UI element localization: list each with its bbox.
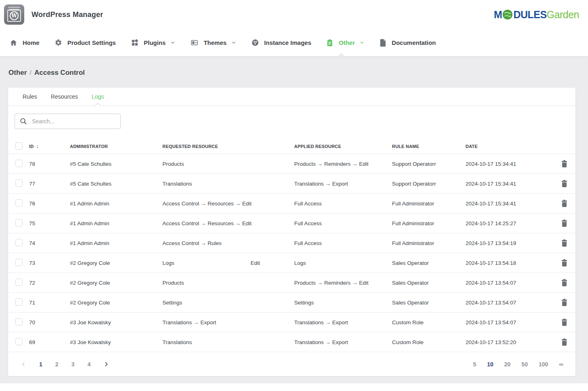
column-header-date[interactable]: DATE — [466, 144, 553, 149]
cell-applied-resource: Full Access — [294, 201, 392, 207]
breadcrumb-separator: / — [27, 69, 34, 76]
cell-date: 2024-10-17 15:34:41 — [466, 161, 553, 167]
cell-applied-resource: Logs — [294, 260, 392, 266]
nav-item-other[interactable]: Other — [326, 29, 365, 56]
sort-desc-icon[interactable]: ↓ — [36, 144, 38, 149]
cell-administrator: #2 Gregory Cole — [70, 300, 162, 306]
main-navigation: Home Product Settings Plugins Themes Ins… — [0, 29, 588, 57]
home-icon — [10, 39, 17, 46]
page-button[interactable]: 1 — [39, 361, 42, 368]
delete-icon[interactable] — [561, 319, 567, 326]
delete-icon[interactable] — [561, 338, 567, 346]
cell-date: 2024-10-17 13:52:20 — [466, 339, 553, 345]
cell-rule-name: Full Administrator — [392, 240, 466, 246]
cell-rule-name: Custom Role — [392, 339, 466, 345]
cell-administrator: #2 Gregory Cole — [70, 280, 162, 286]
search-section — [8, 106, 575, 139]
cell-date: 2024-10-17 15:34:41 — [466, 181, 553, 187]
delete-icon[interactable] — [561, 259, 567, 266]
row-checkbox[interactable] — [15, 239, 23, 246]
instance-images-icon — [251, 39, 259, 46]
page-button[interactable]: 3 — [72, 361, 75, 368]
table-row: 70 #3 Joe Kowalsky Translations → Export… — [8, 313, 575, 332]
row-checkbox[interactable] — [15, 199, 23, 207]
cell-applied-resource: Settings — [294, 300, 392, 306]
previous-page-icon[interactable] — [21, 361, 26, 367]
cell-rule-name: Support Operatorr — [392, 181, 466, 187]
cell-applied-resource: Full Access — [294, 220, 392, 226]
page-controls: 1234 — [21, 361, 109, 368]
delete-icon[interactable] — [561, 220, 567, 227]
page-size-button[interactable]: 100 — [539, 361, 548, 368]
cell-date: 2024-10-17 13:54:07 — [466, 280, 553, 286]
page-size-controls: 5102050100∞ — [473, 361, 563, 368]
tab-rules[interactable]: Rules — [16, 88, 44, 106]
cell-id: 73 — [29, 260, 70, 266]
cell-requested-resource: Settings — [162, 300, 294, 306]
select-all-checkbox[interactable] — [15, 142, 23, 150]
nav-item-documentation[interactable]: Documentation — [379, 29, 436, 56]
row-checkbox[interactable] — [15, 279, 23, 286]
nav-item-themes[interactable]: Themes — [190, 29, 236, 56]
nav-item-instance-images[interactable]: Instance Images — [251, 29, 312, 56]
row-checkbox[interactable] — [15, 298, 23, 306]
search-input[interactable] — [15, 114, 121, 129]
delete-icon[interactable] — [561, 239, 567, 247]
table-body: 78 #5 Cate Schultes Products Products → … — [8, 154, 575, 352]
page-size-button[interactable]: 50 — [521, 361, 528, 368]
cell-administrator: #5 Cate Schultes — [70, 161, 162, 167]
page-size-button[interactable]: 10 — [487, 361, 493, 368]
cell-administrator: #1 Admin Admin — [70, 240, 162, 246]
column-header-rule-name[interactable]: RULE NAME — [392, 144, 466, 149]
row-checkbox[interactable] — [15, 338, 23, 345]
nav-item-product-settings[interactable]: Product Settings — [55, 29, 116, 56]
cell-requested-resource: Translations — [162, 181, 294, 187]
next-page-icon[interactable] — [103, 361, 109, 367]
row-checkbox[interactable] — [15, 318, 23, 325]
row-checkbox[interactable] — [15, 160, 23, 167]
row-checkbox[interactable] — [15, 180, 23, 187]
delete-icon[interactable] — [561, 299, 567, 306]
column-header-applied-resource[interactable]: APPLIED RESOURCE — [294, 144, 392, 149]
cell-id: 72 — [29, 280, 70, 286]
delete-icon[interactable] — [561, 160, 567, 167]
cell-administrator: #1 Admin Admin — [70, 201, 162, 207]
nav-item-plugins[interactable]: Plugins — [131, 29, 175, 56]
table-row: 78 #5 Cate Schultes Products Products → … — [8, 154, 575, 174]
row-checkbox[interactable] — [15, 219, 23, 226]
breadcrumb: Other/Access Control — [8, 69, 580, 77]
cell-requested-extra: Edit — [251, 260, 260, 266]
page-size-button[interactable]: 20 — [504, 361, 511, 368]
delete-icon[interactable] — [561, 279, 567, 286]
table-row: 72 #2 Gregory Cole Products Products → R… — [8, 273, 575, 293]
delete-icon[interactable] — [561, 180, 567, 187]
cell-applied-resource: Translations → Export — [294, 319, 392, 325]
page-size-button[interactable]: 5 — [473, 361, 476, 368]
cell-date: 2024-10-17 13:54:19 — [466, 240, 553, 246]
cell-requested-resource: Access Control → Resources → Edit — [162, 201, 294, 207]
column-header-id[interactable]: ID↓ — [29, 144, 70, 149]
top-bar: W WordPress Manager M DULES Garden — [0, 0, 588, 29]
column-header-administrator[interactable]: ADMINISTRATOR — [70, 144, 162, 149]
tab-resources[interactable]: Resources — [44, 88, 85, 106]
delete-icon[interactable] — [561, 200, 567, 207]
row-checkbox[interactable] — [15, 259, 23, 266]
nav-item-home[interactable]: Home — [10, 29, 40, 56]
cell-rule-name: Sales Operator — [392, 280, 466, 286]
page-button[interactable]: 4 — [87, 361, 91, 368]
tab-logs[interactable]: Logs — [85, 88, 111, 106]
breadcrumb-section[interactable]: Other — [8, 69, 27, 76]
cell-administrator: #1 Admin Admin — [70, 220, 162, 226]
cell-rule-name: Support Operatorr — [392, 161, 466, 167]
table-row: 76 #1 Admin Admin Access Control → Resou… — [8, 194, 575, 213]
page-button[interactable]: 2 — [55, 361, 59, 368]
page-size-all-button[interactable]: ∞ — [559, 361, 563, 368]
table-header: ID↓ ADMINISTRATOR REQUESTED RESOURCE APP… — [8, 139, 575, 154]
column-header-requested-resource[interactable]: REQUESTED RESOURCE — [162, 144, 294, 149]
cell-rule-name: Full Administrator — [392, 201, 466, 207]
content-area: Other/Access Control Rules Resources Log… — [0, 57, 588, 383]
cell-requested-resource: Access Control → Resources → Edit — [162, 220, 294, 226]
clipboard-icon — [326, 39, 333, 47]
gear-icon — [55, 39, 62, 46]
themes-icon — [190, 39, 198, 46]
